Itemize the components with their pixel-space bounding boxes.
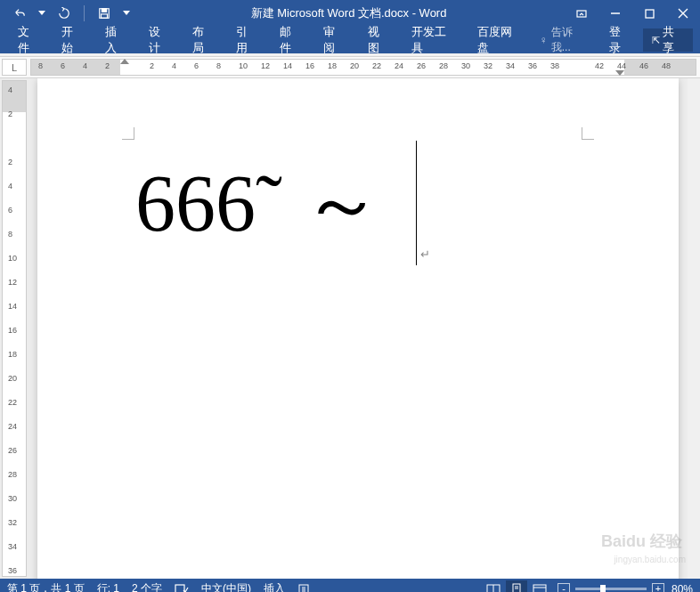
undo-button[interactable] bbox=[7, 2, 32, 25]
window-controls bbox=[565, 0, 700, 27]
tab-mail[interactable]: 邮件 bbox=[269, 27, 313, 53]
tab-layout[interactable]: 布局 bbox=[182, 27, 225, 53]
qat-dropdown[interactable] bbox=[36, 2, 48, 25]
status-page[interactable]: 第 1 页，共 1 页 bbox=[7, 581, 85, 592]
share-button[interactable]: ⇱ 共享 bbox=[643, 28, 693, 52]
zoom-out-button[interactable]: - bbox=[558, 583, 570, 593]
tab-file[interactable]: 文件 bbox=[7, 27, 51, 53]
horizontal-ruler[interactable]: 8642246810121416182022242628303234363842… bbox=[30, 59, 696, 76]
status-words[interactable]: 2 个字 bbox=[132, 581, 162, 592]
view-print-layout[interactable] bbox=[506, 580, 527, 593]
window-title: 新建 Microsoft Word 文档.docx - Word bbox=[133, 5, 565, 21]
editor-container: 4224681012141618202224262830323436 666˜ … bbox=[0, 78, 700, 579]
zoom-slider-thumb[interactable] bbox=[600, 585, 606, 592]
maximize-button[interactable] bbox=[632, 0, 666, 27]
svg-rect-1 bbox=[102, 9, 106, 12]
zoom-in-button[interactable]: + bbox=[652, 583, 664, 593]
share-icon: ⇱ bbox=[652, 35, 660, 46]
save-button[interactable] bbox=[92, 2, 117, 25]
view-web-layout[interactable] bbox=[529, 580, 550, 593]
v-ruler-margin-top bbox=[3, 81, 26, 112]
status-insert-mode[interactable]: 插入 bbox=[264, 581, 285, 592]
document-page[interactable]: 666˜ ～ ↵ bbox=[37, 78, 679, 579]
separator bbox=[84, 5, 85, 21]
save-dropdown[interactable] bbox=[120, 2, 133, 25]
tab-baidu[interactable]: 百度网盘 bbox=[467, 27, 533, 53]
tab-view[interactable]: 视图 bbox=[357, 27, 401, 53]
first-line-indent-marker[interactable] bbox=[120, 59, 129, 64]
status-right-group: - + 80% bbox=[483, 580, 693, 593]
title-bar: 新建 Microsoft Word 文档.docx - Word bbox=[0, 0, 700, 27]
tell-me-label: 告诉我... bbox=[551, 25, 590, 55]
document-text[interactable]: 666˜ ～ bbox=[135, 150, 382, 258]
svg-rect-8 bbox=[175, 585, 184, 593]
share-label: 共享 bbox=[663, 24, 684, 56]
ruler-margin-right bbox=[624, 60, 696, 75]
lightbulb-icon: ♀ bbox=[540, 34, 548, 46]
status-macro-icon[interactable] bbox=[297, 583, 310, 593]
svg-rect-2 bbox=[102, 14, 108, 18]
minimize-button[interactable] bbox=[598, 0, 632, 27]
document-viewport[interactable]: 666˜ ～ ↵ Baidu 经验 jingyan.baidu.com bbox=[28, 78, 700, 579]
tab-references[interactable]: 引用 bbox=[225, 27, 269, 53]
zoom-level[interactable]: 80% bbox=[672, 583, 693, 593]
svg-rect-18 bbox=[533, 585, 546, 593]
status-spellcheck-icon[interactable] bbox=[175, 583, 189, 593]
margin-corner-tr bbox=[582, 127, 594, 140]
login-button[interactable]: 登录 bbox=[598, 27, 642, 53]
quick-access-toolbar bbox=[0, 2, 133, 25]
close-button[interactable] bbox=[666, 0, 700, 27]
tab-insert[interactable]: 插入 bbox=[94, 27, 138, 53]
tab-home[interactable]: 开始 bbox=[51, 27, 94, 53]
zoom-slider: - + bbox=[558, 583, 664, 593]
ribbon-tabs: 文件 开始 插入 设计 布局 引用 邮件 审阅 视图 开发工具 百度网盘 ♀ 告… bbox=[0, 27, 700, 53]
svg-rect-5 bbox=[646, 10, 654, 18]
vertical-scrollbar[interactable] bbox=[688, 78, 700, 579]
status-line[interactable]: 行: 1 bbox=[97, 581, 119, 592]
text-cursor bbox=[416, 141, 417, 265]
redo-button[interactable] bbox=[52, 2, 77, 25]
zoom-slider-track[interactable] bbox=[575, 588, 647, 590]
status-language[interactable]: 中文(中国) bbox=[201, 581, 251, 592]
ruler-area: L 86422468101214161820222426283032343638… bbox=[0, 57, 700, 78]
tell-me-search[interactable]: ♀ 告诉我... bbox=[533, 25, 597, 55]
vertical-ruler[interactable]: 4224681012141618202224262830323436 bbox=[2, 80, 27, 577]
status-bar: 第 1 页，共 1 页 行: 1 2 个字 中文(中国) 插入 - + 80% bbox=[0, 579, 700, 592]
margin-corner-tl bbox=[122, 127, 134, 140]
view-read-mode[interactable] bbox=[483, 580, 504, 593]
paragraph-mark: ↵ bbox=[420, 247, 430, 261]
right-indent-marker[interactable] bbox=[615, 70, 624, 76]
tab-selector[interactable]: L bbox=[2, 59, 27, 76]
tab-review[interactable]: 审阅 bbox=[313, 27, 356, 53]
ribbon-options-button[interactable] bbox=[565, 0, 598, 27]
tab-design[interactable]: 设计 bbox=[138, 27, 182, 53]
tab-developer[interactable]: 开发工具 bbox=[401, 27, 467, 53]
